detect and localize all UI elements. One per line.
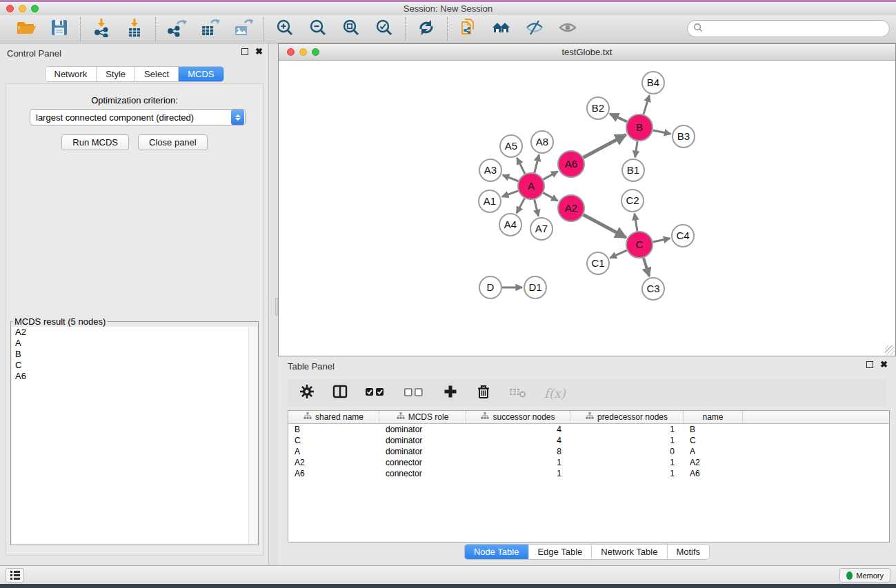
open-file-button[interactable] <box>15 19 37 39</box>
column-header-name[interactable]: name <box>684 411 743 423</box>
float-table-panel-button[interactable] <box>866 361 873 368</box>
mcds-result-item[interactable]: B <box>12 349 257 360</box>
window-resize-grip[interactable] <box>885 345 895 355</box>
split-table-button[interactable] <box>332 383 348 403</box>
mcds-result-item[interactable]: A2 <box>12 327 257 338</box>
table-cell[interactable]: dominator <box>379 424 466 435</box>
graph-edge-B-B1[interactable] <box>635 141 637 157</box>
search-field[interactable] <box>687 20 890 37</box>
refresh-button[interactable] <box>415 19 437 39</box>
graph-edge-B-B4[interactable] <box>644 95 650 114</box>
table-row[interactable]: A6connector11A6 <box>288 468 889 479</box>
network-canvas[interactable]: B4B2BB3A5A8A6A3B1AA1C2A2A4A7C4CC1C3DD1 <box>279 61 895 356</box>
graph-edge-B-B3[interactable] <box>653 130 671 134</box>
mcds-result-item[interactable]: C <box>12 360 257 371</box>
table-cell[interactable]: dominator <box>379 435 466 446</box>
table-cell[interactable]: 1 <box>466 457 570 468</box>
table-cell[interactable]: 1 <box>466 468 570 479</box>
table-cell[interactable]: A2 <box>288 457 379 468</box>
result-list-scrollbar[interactable] <box>248 327 257 544</box>
export-image-button[interactable] <box>232 19 254 39</box>
run-mcds-button[interactable]: Run MCDS <box>61 134 129 150</box>
tab-motifs[interactable]: Motifs <box>666 545 709 559</box>
table-cell[interactable]: 1 <box>570 424 684 435</box>
network-from-selection-button[interactable] <box>457 19 479 39</box>
graph-edge-A-A5[interactable] <box>517 158 525 174</box>
graph-edge-A-A1[interactable] <box>502 191 518 197</box>
table-cell[interactable]: 8 <box>466 446 570 457</box>
close-table-panel-icon[interactable]: ✖ <box>880 361 888 368</box>
table-cell[interactable]: connector <box>379 457 466 468</box>
mcds-result-item[interactable]: A <box>12 338 257 349</box>
tab-edge-table[interactable]: Edge Table <box>528 545 591 559</box>
graph-edge-C-C4[interactable] <box>653 239 670 242</box>
zoom-out-button[interactable] <box>307 19 329 39</box>
table-row[interactable]: Bdominator41B <box>288 424 889 435</box>
column-header-shared-name[interactable]: shared name <box>288 411 379 423</box>
table-row[interactable]: Cdominator41C <box>288 435 889 446</box>
graph-edge-A2-C[interactable] <box>584 214 626 237</box>
function-builder-button[interactable]: f(x) <box>544 383 566 403</box>
table-cell[interactable]: 0 <box>570 446 684 457</box>
table-cell[interactable]: 1 <box>570 457 684 468</box>
tab-network-table[interactable]: Network Table <box>591 545 666 559</box>
tab-style[interactable]: Style <box>96 67 135 81</box>
table-cell[interactable]: A6 <box>684 468 743 479</box>
graph-edge-A-A2[interactable] <box>544 193 558 201</box>
table-cell[interactable]: C <box>684 435 743 446</box>
column-header-predecessor-nodes[interactable]: predecessor nodes <box>570 411 684 423</box>
hide-graphics-details-button[interactable] <box>524 19 546 39</box>
show-graphics-details-button[interactable] <box>557 19 579 39</box>
search-input[interactable] <box>706 23 872 34</box>
graph-edge-A6-B[interactable] <box>584 134 626 157</box>
tab-network[interactable]: Network <box>45 67 96 81</box>
float-panel-button[interactable] <box>241 48 248 55</box>
table-cell[interactable]: 4 <box>466 435 570 446</box>
import-network-button[interactable] <box>90 19 112 39</box>
table-cell[interactable]: dominator <box>379 446 466 457</box>
import-table-button[interactable] <box>123 19 146 39</box>
tab-select[interactable]: Select <box>135 67 178 81</box>
graph-edge-B-B2[interactable] <box>610 114 627 122</box>
table-cell[interactable]: C <box>288 435 379 446</box>
table-cell[interactable]: B <box>684 424 743 435</box>
column-header-successor-nodes[interactable]: successor nodes <box>466 411 570 423</box>
table-cell[interactable]: A6 <box>288 468 379 479</box>
export-network-button[interactable] <box>166 19 188 39</box>
graph-edge-C-C2[interactable] <box>635 214 637 231</box>
table-row[interactable]: A2connector11A2 <box>288 457 889 468</box>
close-panel-icon[interactable]: ✖ <box>255 48 263 55</box>
delete-table-button[interactable] <box>508 383 528 403</box>
table-cell[interactable]: connector <box>379 468 466 479</box>
deselect-all-button[interactable] <box>404 383 426 403</box>
table-cell[interactable]: A2 <box>684 457 743 468</box>
home-button[interactable] <box>490 19 512 39</box>
column-header-mcds-role[interactable]: MCDS role <box>379 411 466 423</box>
criterion-dropdown[interactable]: largest connected component (directed) <box>30 109 246 125</box>
table-cell[interactable]: 1 <box>570 468 684 479</box>
splitter-handle[interactable] <box>275 298 278 316</box>
table-cell[interactable]: A <box>288 446 379 457</box>
graph-edge-A-A6[interactable] <box>544 172 558 180</box>
memory-button[interactable]: Memory <box>839 568 890 582</box>
table-cell[interactable]: A <box>684 446 743 457</box>
table-settings-button[interactable] <box>299 383 315 403</box>
table-row[interactable]: Adominator80A <box>288 446 889 457</box>
table-cell[interactable]: 4 <box>466 424 570 435</box>
table-cell[interactable]: B <box>288 424 379 435</box>
zoom-selected-button[interactable] <box>373 19 395 39</box>
tab-mcds[interactable]: MCDS <box>178 67 223 81</box>
tab-node-table[interactable]: Node Table <box>465 545 528 559</box>
zoom-in-button[interactable] <box>274 19 296 39</box>
network-window-titlebar[interactable]: testGlobe.txt <box>279 44 895 61</box>
graph-edge-A-A7[interactable] <box>535 199 539 216</box>
graph-edge-C-C1[interactable] <box>610 250 626 258</box>
export-table-button[interactable] <box>199 19 221 39</box>
zoom-fit-button[interactable] <box>340 19 362 39</box>
save-session-button[interactable] <box>48 19 70 39</box>
graph-edge-A-A4[interactable] <box>517 199 525 214</box>
add-column-button[interactable] <box>442 383 459 403</box>
mcds-result-item[interactable]: A6 <box>12 371 257 382</box>
close-panel-button[interactable]: Close panel <box>138 134 208 150</box>
table-cell[interactable]: 1 <box>570 435 684 446</box>
